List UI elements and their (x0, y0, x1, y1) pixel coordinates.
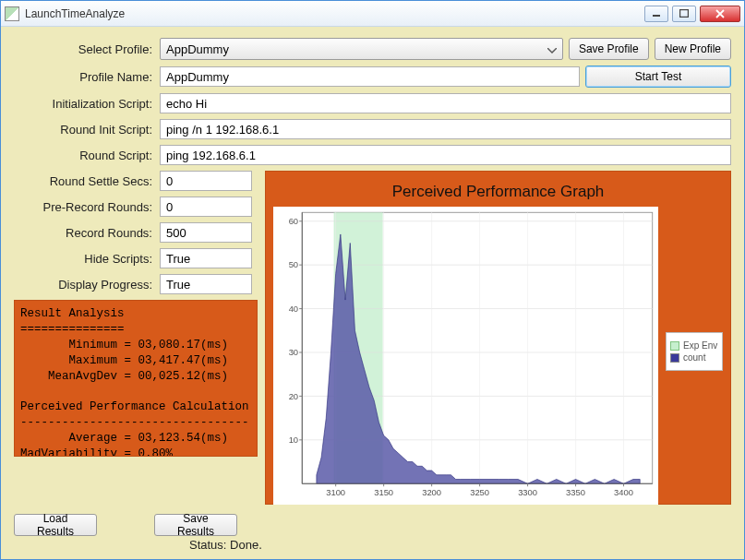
maximize-icon (679, 9, 689, 18)
pre-record-input[interactable] (160, 197, 252, 217)
app-icon (5, 6, 19, 21)
svg-text:50: 50 (289, 260, 298, 269)
titlebar: LaunchTimeAnalyze (1, 1, 744, 27)
svg-rect-1 (680, 10, 689, 18)
display-progress-input[interactable] (160, 274, 252, 294)
pre-record-label: Pre-Record Rounds: (14, 200, 154, 214)
display-progress-label: Display Progress: (14, 278, 154, 292)
close-button[interactable] (700, 6, 740, 22)
profile-name-input[interactable] (160, 66, 580, 87)
profile-select-value: AppDummy (166, 42, 229, 56)
round-settle-input[interactable] (160, 171, 252, 191)
round-init-script-label: Round Init Script: (14, 123, 154, 137)
record-rounds-label: Record Rounds: (14, 226, 154, 240)
result-analysis-panel: Result Analysis =============== Minimum … (14, 300, 258, 457)
hide-scripts-input[interactable] (160, 248, 252, 268)
svg-text:20: 20 (289, 392, 298, 401)
svg-text:3300: 3300 (518, 488, 537, 497)
window-title: LaunchTimeAnalyze (25, 7, 125, 20)
status-text: Status: Done. (189, 538, 262, 552)
minimize-icon (652, 10, 661, 18)
start-test-button[interactable]: Start Test (585, 66, 731, 88)
graph-panel: Perceived Performance Graph 102030405060… (265, 171, 731, 505)
profile-select[interactable]: AppDummy (160, 38, 563, 60)
performance-chart: 1020304050603100315032003250330033503400 (273, 207, 658, 505)
minimize-button[interactable] (644, 6, 668, 22)
svg-text:3200: 3200 (422, 488, 441, 497)
save-profile-button[interactable]: Save Profile (569, 38, 649, 60)
svg-text:3350: 3350 (566, 488, 585, 497)
chart-legend: Exp Env count (666, 332, 723, 371)
round-script-label: Round Script: (14, 149, 154, 162)
round-script-input[interactable] (160, 145, 731, 165)
svg-text:3150: 3150 (374, 488, 393, 497)
graph-title: Perceived Performance Graph (273, 183, 723, 201)
new-profile-button[interactable]: New Profile (655, 38, 731, 60)
svg-text:10: 10 (289, 435, 298, 445)
round-settle-label: Round Settle Secs: (14, 174, 154, 188)
svg-text:40: 40 (289, 304, 298, 314)
svg-text:3100: 3100 (326, 488, 345, 497)
legend-label-expenv: Exp Env (683, 340, 717, 351)
svg-rect-0 (653, 15, 660, 17)
legend-swatch-expenv (670, 341, 679, 351)
hide-scripts-label: Hide Scripts: (14, 252, 154, 266)
record-rounds-input[interactable] (160, 222, 252, 243)
svg-text:3250: 3250 (470, 488, 489, 497)
close-icon (715, 9, 726, 18)
round-init-script-input[interactable] (160, 119, 731, 139)
load-results-button[interactable]: Load Results (14, 514, 97, 536)
maximize-button[interactable] (672, 6, 696, 22)
svg-text:30: 30 (289, 348, 298, 357)
save-results-button[interactable]: Save Results (154, 514, 237, 536)
legend-swatch-count (670, 353, 679, 363)
select-profile-label: Select Profile: (14, 42, 154, 56)
svg-text:60: 60 (289, 217, 298, 226)
profile-name-label: Profile Name: (14, 70, 154, 84)
init-script-label: Initialization Script: (14, 97, 154, 111)
chevron-down-icon (547, 42, 557, 56)
init-script-input[interactable] (160, 93, 731, 113)
svg-text:3400: 3400 (614, 488, 633, 497)
legend-label-count: count (683, 352, 705, 363)
